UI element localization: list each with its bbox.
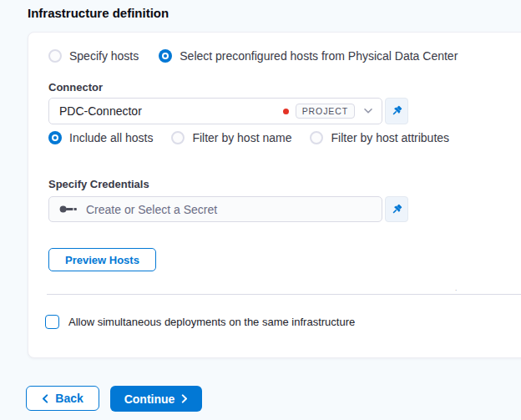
host-source-radio-group: Specify hosts Select preconfigured hosts… — [48, 49, 458, 63]
continue-button-label: Continue — [124, 392, 175, 406]
infrastructure-definition-card: Specify hosts Select preconfigured hosts… — [28, 32, 521, 358]
radio-ring — [162, 53, 169, 59]
pin-icon — [390, 203, 403, 216]
connector-label: Connector — [48, 81, 103, 94]
secret-placeholder: Create or Select a Secret — [86, 203, 374, 216]
radio-selected-icon[interactable] — [48, 131, 62, 144]
chevron-left-icon — [42, 394, 48, 403]
host-filter-radio-group: Include all hosts Filter by host name Fi… — [48, 131, 449, 144]
stray-mark: . — [455, 286, 457, 292]
infrastructure-definition-page: { "title": "Infrastructure definition", … — [0, 0, 521, 420]
radio-unselected-icon[interactable] — [310, 131, 323, 144]
radio-option-specify-hosts[interactable]: Specify hosts — [48, 49, 139, 63]
credentials-label: Specify Credentials — [48, 178, 149, 190]
radio-option-label: Filter by host name — [192, 131, 291, 144]
continue-button[interactable]: Continue — [110, 386, 202, 412]
back-button-label: Back — [55, 392, 83, 405]
credentials-pin-button[interactable] — [385, 196, 408, 222]
radio-dot — [53, 136, 57, 139]
radio-option-select-preconfigured-hosts[interactable]: Select preconfigured hosts from Physical… — [159, 49, 458, 63]
radio-unselected-icon[interactable] — [171, 131, 185, 144]
connector-value: PDC-Connector — [59, 104, 283, 118]
simultaneous-deployments-row: Allow simultaneous deployments on the sa… — [45, 315, 355, 329]
connector-field-row: PDC-Connector PROJECT — [48, 98, 408, 124]
preview-hosts-button[interactable]: Preview Hosts — [48, 248, 156, 271]
radio-option-label: Include all hosts — [69, 131, 153, 144]
radio-ring — [52, 134, 58, 141]
scope-badge: PROJECT — [296, 104, 355, 119]
simultaneous-deployments-checkbox[interactable] — [45, 315, 59, 329]
radio-dot — [164, 54, 167, 58]
simultaneous-deployments-label: Allow simultaneous deployments on the sa… — [68, 316, 355, 328]
connector-pin-button[interactable] — [385, 98, 408, 124]
radio-option-filter-by-host-attributes[interactable]: Filter by host attributes — [310, 131, 449, 144]
divider — [47, 294, 521, 295]
key-icon — [59, 205, 78, 214]
back-button[interactable]: Back — [26, 386, 99, 411]
pin-icon — [390, 104, 403, 118]
chevron-right-icon — [181, 394, 188, 403]
secret-select-field[interactable]: Create or Select a Secret — [48, 196, 382, 222]
radio-option-label: Specify hosts — [69, 49, 139, 63]
radio-option-label: Select preconfigured hosts from Physical… — [180, 49, 458, 63]
radio-option-label: Filter by host attributes — [331, 131, 449, 144]
radio-option-filter-by-host-name[interactable]: Filter by host name — [171, 131, 291, 144]
page-title: Infrastructure definition — [28, 6, 169, 20]
connector-reference-field[interactable]: PDC-Connector PROJECT — [48, 98, 382, 124]
radio-option-include-all-hosts[interactable]: Include all hosts — [48, 131, 153, 144]
credentials-field-row: Create or Select a Secret — [48, 196, 408, 222]
radio-selected-icon[interactable] — [159, 49, 172, 63]
radio-unselected-icon[interactable] — [48, 49, 62, 63]
required-dot-icon — [283, 109, 289, 114]
chevron-down-icon[interactable] — [363, 108, 373, 114]
